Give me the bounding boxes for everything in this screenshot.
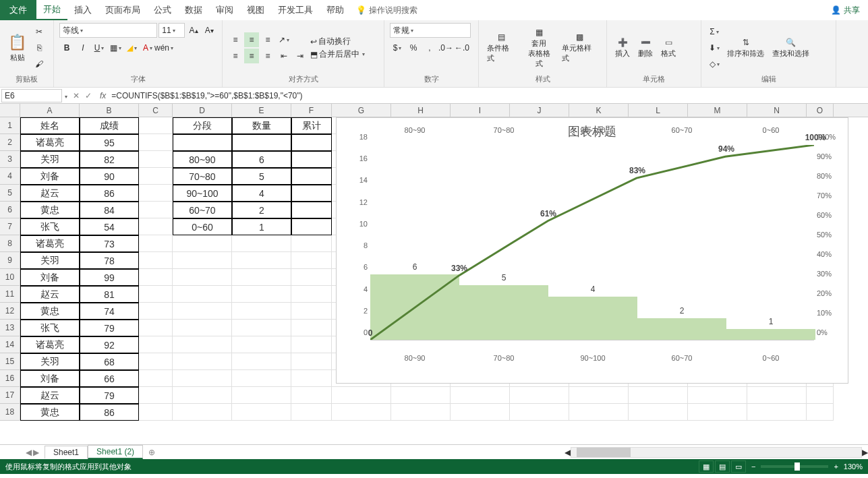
cell[interactable] xyxy=(139,134,173,151)
align-bottom-button[interactable]: ≡ xyxy=(260,32,275,47)
percent-button[interactable]: % xyxy=(406,40,421,55)
cell[interactable] xyxy=(747,387,807,404)
row-header[interactable]: 2 xyxy=(0,134,20,151)
row-header[interactable]: 7 xyxy=(0,218,20,235)
cell[interactable]: 关羽 xyxy=(20,353,80,370)
row-header[interactable]: 4 xyxy=(0,168,20,185)
cell[interactable]: 68 xyxy=(80,353,139,370)
cell[interactable] xyxy=(139,218,173,235)
cell[interactable] xyxy=(173,134,232,151)
sheet-nav-prev-icon[interactable]: ◀ xyxy=(26,448,32,457)
cell[interactable] xyxy=(291,168,332,185)
row-header[interactable]: 9 xyxy=(0,252,20,269)
cell[interactable]: 张飞 xyxy=(20,320,80,336)
cell[interactable] xyxy=(291,404,332,421)
cell[interactable]: 78 xyxy=(80,252,139,269)
cell[interactable]: 60~70 xyxy=(173,202,232,218)
cell[interactable] xyxy=(232,235,291,252)
cell[interactable]: 6 xyxy=(232,151,291,168)
cell[interactable] xyxy=(139,252,173,269)
column-header[interactable]: J xyxy=(510,104,569,117)
cell[interactable] xyxy=(139,185,173,202)
row-header[interactable]: 12 xyxy=(0,303,20,320)
cell[interactable] xyxy=(291,353,332,370)
cell[interactable] xyxy=(139,320,173,336)
tab-insert[interactable]: 插入 xyxy=(67,0,98,20)
cell[interactable] xyxy=(291,320,332,336)
insert-cells-button[interactable]: ➕插入 xyxy=(612,36,633,60)
share-button[interactable]: 👤 共享 xyxy=(823,5,868,16)
scroll-left-icon[interactable]: ◀ xyxy=(565,448,571,457)
cell[interactable] xyxy=(173,336,232,353)
bold-button[interactable]: B xyxy=(59,40,74,55)
cancel-formula-icon[interactable]: ✕ xyxy=(73,91,80,100)
cell[interactable]: 54 xyxy=(80,218,139,235)
cell[interactable]: 90 xyxy=(80,168,139,185)
cell[interactable]: 81 xyxy=(80,286,139,303)
column-header[interactable]: N xyxy=(747,104,807,117)
tab-data[interactable]: 数据 xyxy=(178,0,209,20)
number-format-combo[interactable]: 常规 xyxy=(390,23,471,38)
cell[interactable] xyxy=(629,404,688,421)
cell[interactable]: 黄忠 xyxy=(20,202,80,218)
cell[interactable] xyxy=(232,286,291,303)
align-center-button[interactable]: ≡ xyxy=(244,49,259,63)
cell[interactable] xyxy=(510,404,569,421)
align-top-button[interactable]: ≡ xyxy=(228,32,243,47)
cell[interactable]: 74 xyxy=(80,303,139,320)
cell[interactable] xyxy=(332,404,391,421)
cell[interactable] xyxy=(291,387,332,404)
row-header[interactable]: 10 xyxy=(0,269,20,286)
cell[interactable]: 诸葛亮 xyxy=(20,134,80,151)
select-all-corner[interactable] xyxy=(0,104,20,117)
underline-button[interactable]: U xyxy=(92,40,107,55)
horizontal-scrollbar[interactable]: ◀ ▶ xyxy=(565,447,868,458)
row-header[interactable]: 13 xyxy=(0,320,20,336)
decrease-font-button[interactable]: A▾ xyxy=(202,23,216,38)
cell[interactable] xyxy=(139,404,173,421)
inc-decimal-button[interactable]: .0→ xyxy=(438,40,453,55)
cell[interactable]: 赵云 xyxy=(20,387,80,404)
cell[interactable] xyxy=(451,387,510,404)
tab-view[interactable]: 视图 xyxy=(240,0,271,20)
cell[interactable] xyxy=(139,168,173,185)
fill-color-button[interactable]: ◢ xyxy=(124,40,139,55)
cell[interactable] xyxy=(291,218,332,235)
dec-decimal-button[interactable]: ←.0 xyxy=(455,40,469,55)
cell[interactable] xyxy=(291,202,332,218)
cell[interactable] xyxy=(232,353,291,370)
spreadsheet-grid[interactable]: ABCDEFGHIJKLMNO 1姓名成绩分段数量累计2诸葛亮953关羽8280… xyxy=(0,104,868,444)
cell[interactable] xyxy=(232,387,291,404)
cell[interactable] xyxy=(232,336,291,353)
sheet-nav-next-icon[interactable]: ▶ xyxy=(33,448,39,457)
scroll-right-icon[interactable]: ▶ xyxy=(862,448,868,457)
cell[interactable] xyxy=(139,370,173,387)
cell[interactable] xyxy=(173,353,232,370)
cell[interactable]: 90~100 xyxy=(173,185,232,202)
cell[interactable]: 成绩 xyxy=(80,117,139,134)
add-sheet-button[interactable]: ⊕ xyxy=(143,448,161,457)
cell[interactable]: 赵云 xyxy=(20,286,80,303)
sheet-tab-2[interactable]: Sheet1 (2) xyxy=(88,445,143,459)
cond-format-button[interactable]: ▤条件格式 xyxy=(484,31,519,65)
tab-review[interactable]: 审阅 xyxy=(209,0,240,20)
cell[interactable] xyxy=(139,286,173,303)
cell[interactable]: 刘备 xyxy=(20,269,80,286)
row-header[interactable]: 17 xyxy=(0,387,20,404)
cell[interactable] xyxy=(173,269,232,286)
currency-button[interactable]: $ xyxy=(390,40,405,55)
cell[interactable] xyxy=(391,387,451,404)
cell[interactable] xyxy=(688,404,747,421)
cell[interactable] xyxy=(569,387,629,404)
fill-button[interactable]: ⬇ xyxy=(707,40,722,55)
cell[interactable] xyxy=(291,303,332,320)
file-tab[interactable]: 文件 xyxy=(0,0,36,20)
cell[interactable] xyxy=(391,404,451,421)
row-header[interactable]: 6 xyxy=(0,202,20,218)
cell[interactable]: 黄忠 xyxy=(20,404,80,421)
cell[interactable]: 95 xyxy=(80,134,139,151)
tab-help[interactable]: 帮助 xyxy=(320,0,351,20)
formula-input[interactable]: =COUNTIFS($B$1:$B$19,">=60",$B$1:$B$19,"… xyxy=(109,91,868,100)
align-left-button[interactable]: ≡ xyxy=(228,49,243,63)
indent-inc-button[interactable]: ⇥ xyxy=(293,49,308,63)
